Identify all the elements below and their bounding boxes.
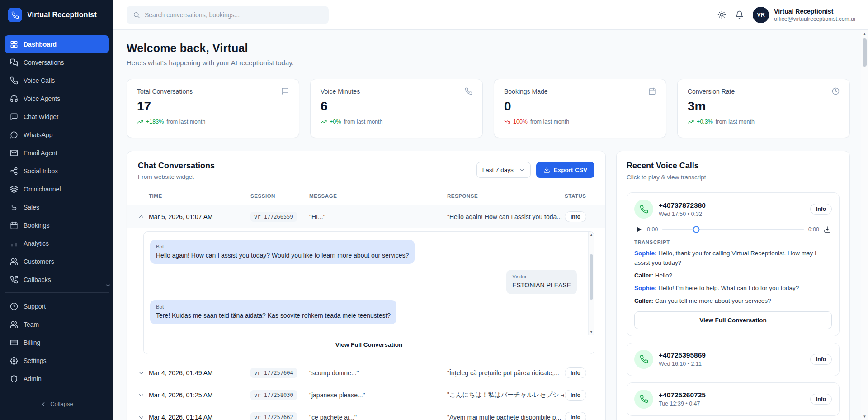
seek-slider[interactable] xyxy=(662,229,803,230)
status-badge[interactable]: Info xyxy=(565,412,586,420)
scroll-up-arrow[interactable]: ▲ xyxy=(589,232,594,238)
scroll-down-arrow[interactable]: ▼ xyxy=(861,413,868,420)
sidebar-item-label: Voice Calls xyxy=(24,77,55,84)
session-id: vr_177257604 xyxy=(250,368,297,378)
speaker-text: Hello? xyxy=(655,272,672,279)
elapsed-time: 0:00 xyxy=(647,226,658,233)
view-full-conversation-link[interactable]: View Full Conversation xyxy=(144,335,594,354)
cell-time: Mar 4, 2026, 01:25 AM xyxy=(149,391,250,399)
user-menu[interactable]: VR Virtual Receptionist office@virtualre… xyxy=(753,7,855,23)
column-status: STATUS xyxy=(565,193,594,199)
chevron-down-icon[interactable] xyxy=(138,392,149,399)
status-badge[interactable]: Info xyxy=(810,354,832,365)
stat-card-total-conversations: Total Conversations 17 +183%from last mo… xyxy=(127,79,299,138)
sidebar-item-label: Bookings xyxy=(24,222,50,229)
sidebar-item-chat-widget[interactable]: Chat Widget xyxy=(5,108,109,126)
dashboard-content: Welcome back, Virtual Here's what's happ… xyxy=(113,30,868,420)
chevron-down-icon[interactable] xyxy=(138,414,149,420)
download-recording-button[interactable] xyxy=(824,226,831,233)
scroll-up-arrow[interactable]: ▲ xyxy=(861,30,868,38)
credit-card-icon xyxy=(10,339,18,347)
scroll-down-arrow[interactable]: ▼ xyxy=(589,329,594,335)
sidebar-item-omnichannel[interactable]: Omnichannel xyxy=(5,180,109,198)
sidebar-item-bookings[interactable]: Bookings xyxy=(5,216,109,234)
seek-slider-thumb[interactable] xyxy=(693,226,700,233)
chevron-down-icon[interactable] xyxy=(138,370,149,377)
sidebar-item-callbacks[interactable]: Callbacks xyxy=(5,271,109,289)
sidebar-item-voice-agents[interactable]: Voice Agents xyxy=(5,90,109,108)
notifications-bell-button[interactable] xyxy=(735,10,744,19)
caller-number: +40737872380 xyxy=(659,201,706,210)
sidebar-item-billing[interactable]: Billing xyxy=(5,334,109,352)
sidebar-scroll-chevron-icon[interactable] xyxy=(105,282,111,289)
chevron-up-icon[interactable] xyxy=(138,213,149,220)
date-range-select[interactable]: Last 7 days xyxy=(476,162,531,178)
status-badge[interactable]: Info xyxy=(565,368,586,378)
share-icon xyxy=(10,167,18,175)
table-row[interactable]: Mar 4, 2026, 01:25 AM vr_177258030 "japa… xyxy=(127,384,605,406)
transcript-line: Caller: Hello? xyxy=(634,271,832,281)
brand-logo-phone-icon xyxy=(8,8,22,22)
sidebar-item-support[interactable]: Support xyxy=(5,297,109,315)
speaker-text: Can you tell me more about your services… xyxy=(655,297,771,304)
phone-icon xyxy=(465,87,472,95)
whatsapp-icon xyxy=(10,131,18,139)
table-row[interactable]: Mar 4, 2026, 01:49 AM vr_177257604 "scum… xyxy=(127,362,605,384)
sidebar-item-sales[interactable]: Sales xyxy=(5,198,109,216)
voice-call-header[interactable]: +40725395869 Wed 16:10 • 2:11 Info xyxy=(634,350,832,369)
cell-response: "Înțeleg că prețurile pot părea ridicate… xyxy=(447,369,565,377)
sidebar-item-voice-calls[interactable]: Voice Calls xyxy=(5,72,109,90)
export-csv-button[interactable]: Export CSV xyxy=(536,162,594,178)
sidebar-item-label: Callbacks xyxy=(24,276,51,283)
play-button[interactable] xyxy=(635,226,642,233)
sidebar-item-label: Billing xyxy=(24,339,40,346)
sidebar-item-social-inbox[interactable]: Social Inbox xyxy=(5,162,109,180)
avatar: VR xyxy=(753,7,769,23)
voice-call-header[interactable]: +40725260725 Tue 12:39 • 0:47 Info xyxy=(634,390,832,409)
sidebar-item-admin[interactable]: Admin xyxy=(5,370,109,388)
sidebar-item-customers[interactable]: Customers xyxy=(5,253,109,271)
status-badge[interactable]: Info xyxy=(810,204,832,215)
voice-call-header[interactable]: +40737872380 Wed 17:50 • 0:32 Info xyxy=(634,200,832,219)
view-full-conversation-button[interactable]: View Full Conversation xyxy=(634,311,832,329)
sidebar-item-label: Customers xyxy=(24,258,54,265)
stat-value: 17 xyxy=(137,99,289,114)
expanded-conversation: Bot Hello again! How can I assist you to… xyxy=(143,231,594,354)
speaker-text: Hello, thank you for calling Virtual Rec… xyxy=(634,250,816,266)
search-input[interactable] xyxy=(145,11,322,19)
stat-card-conversion-rate: Conversion Rate 3m +0.3%from last month xyxy=(677,79,850,138)
theme-toggle-button[interactable] xyxy=(717,10,726,19)
phone-green-icon xyxy=(634,200,653,219)
speaker-name: Sophie: xyxy=(634,250,657,257)
chat-widget-icon xyxy=(10,113,18,121)
speaker-name: Caller: xyxy=(634,297,653,304)
section-subtitle: From website widget xyxy=(138,173,215,180)
table-row-expanded[interactable]: Mar 5, 2026, 01:07 AM vr_177266559 "HI..… xyxy=(127,205,605,228)
sidebar-item-email-agent[interactable]: Email Agent xyxy=(5,144,109,162)
stat-label: Total Conversations xyxy=(137,88,193,95)
sidebar-item-team[interactable]: Team xyxy=(5,315,109,334)
scrollbar-thumb[interactable] xyxy=(590,254,593,300)
table-row[interactable]: Mar 4, 2026, 01:14 AM vr_177257662 "ce p… xyxy=(127,406,605,420)
transcript-line: Caller: Can you tell me more about your … xyxy=(634,296,832,306)
scrollbar-thumb[interactable] xyxy=(863,38,867,67)
sidebar-item-dashboard[interactable]: Dashboard xyxy=(5,35,109,53)
sidebar-item-conversations[interactable]: Conversations xyxy=(5,53,109,72)
sidebar-item-analytics[interactable]: Analytics xyxy=(5,234,109,253)
page-vertical-scrollbar[interactable]: ▲ ▼ xyxy=(861,30,868,420)
collapse-sidebar-button[interactable]: Collapse xyxy=(0,392,113,420)
status-badge[interactable]: Info xyxy=(565,211,586,222)
sidebar-item-whatsapp[interactable]: WhatsApp xyxy=(5,126,109,144)
conversation-scrollbar[interactable]: ▲ ▼ xyxy=(588,232,594,335)
status-badge[interactable]: Info xyxy=(565,390,586,401)
trending-up-icon xyxy=(321,119,327,125)
topbar: VR Virtual Receptionist office@virtualre… xyxy=(113,0,868,30)
conversation-scroll-area[interactable]: Bot Hello again! How can I assist you to… xyxy=(144,232,594,335)
status-badge[interactable]: Info xyxy=(810,394,832,405)
calendar-icon xyxy=(10,221,18,229)
voice-call-card: +40737872380 Wed 17:50 • 0:32 Info 0:00 … xyxy=(627,192,840,336)
users-icon xyxy=(10,258,18,266)
brand[interactable]: Virtual Receptionist xyxy=(0,0,113,30)
sidebar-item-settings[interactable]: Settings xyxy=(5,352,109,370)
sidebar-item-label: Dashboard xyxy=(24,41,57,48)
